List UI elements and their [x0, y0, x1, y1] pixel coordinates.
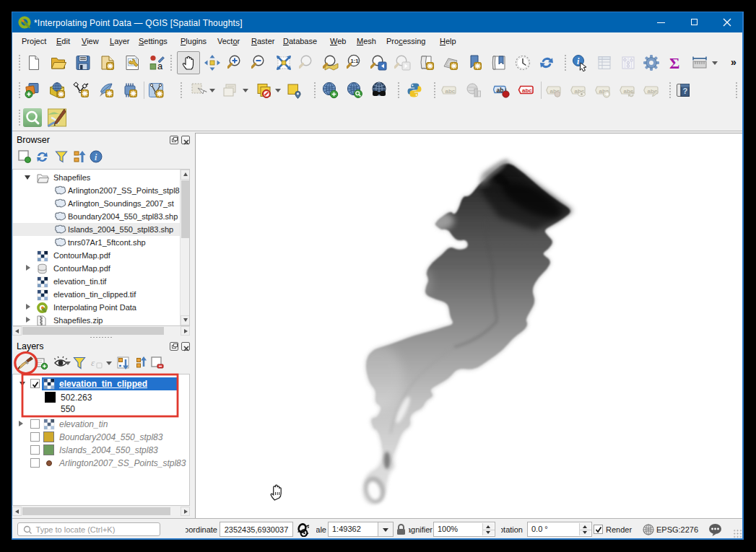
svg-text:abc: abc	[446, 88, 456, 95]
svg-text:1:1: 1:1	[351, 58, 359, 64]
svg-text:?: ?	[683, 87, 688, 95]
svg-text:Σ: Σ	[669, 54, 679, 71]
svg-text:abc: abc	[522, 87, 532, 94]
svg-text:ab: ab	[497, 87, 504, 94]
